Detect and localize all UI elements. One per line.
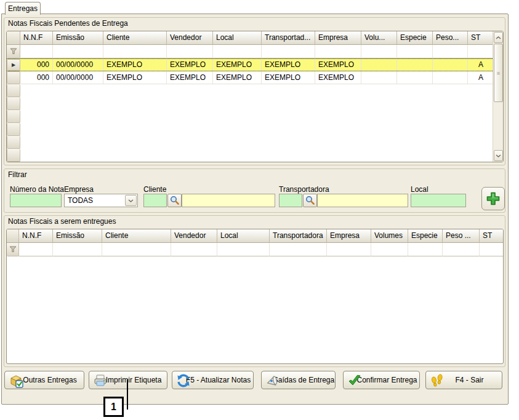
saidas-entrega-button[interactable]: Saídas de Entrega	[261, 371, 336, 389]
column-header-volumes[interactable]: Volu...	[361, 31, 397, 45]
combo-dropdown-button[interactable]	[125, 195, 137, 206]
filter-cell[interactable]	[19, 243, 53, 256]
filter-cell[interactable]	[53, 45, 103, 58]
filter-cell[interactable]	[397, 45, 433, 58]
cliente-code-input[interactable]	[143, 194, 167, 207]
filter-cell[interactable]	[102, 243, 171, 256]
add-filter-button[interactable]	[481, 187, 505, 210]
table-row-selected[interactable]: ▶ 000 00/00/0000 EXEMPLO EXEMPLO EXEMPLO…	[7, 58, 494, 71]
table-row[interactable]: 000 00/00/0000 EXEMPLO EXEMPLO EXEMPLO E…	[7, 71, 494, 84]
numero-nota-input[interactable]	[10, 194, 62, 207]
column-header-st[interactable]: ST	[480, 229, 504, 243]
filter-cell[interactable]	[408, 243, 443, 256]
grid-cell[interactable]	[397, 59, 433, 71]
scroll-down-button[interactable]	[494, 150, 503, 161]
pending-group: Notas Fiscais Pendentes de Entrega N.N.F…	[4, 17, 505, 165]
column-header-emissao[interactable]: Emissão	[53, 31, 103, 45]
grid-cell[interactable]	[361, 59, 397, 71]
grid-cell[interactable]: EXEMPLO	[103, 59, 167, 71]
filter-cell[interactable]	[371, 243, 408, 256]
megaphone-icon	[265, 373, 280, 388]
column-header-transportadora[interactable]: Transportad...	[262, 31, 315, 45]
cliente-name-input[interactable]	[182, 194, 275, 207]
column-header-st[interactable]: ST	[468, 31, 494, 45]
grid-cell[interactable]: EXEMPLO	[167, 71, 213, 84]
grid-cell[interactable]	[433, 71, 468, 84]
filter-cell[interactable]	[443, 243, 480, 256]
filter-cell[interactable]	[315, 45, 361, 58]
column-header-empresa[interactable]: Empresa	[315, 31, 361, 45]
grid-cell[interactable]: EXEMPLO	[315, 71, 361, 84]
scroll-up-button[interactable]	[494, 32, 503, 43]
grid-cell[interactable]	[397, 71, 433, 84]
grid-cell[interactable]: 000	[20, 59, 53, 71]
column-header-vendedor[interactable]: Vendedor	[167, 31, 213, 45]
column-header-vendedor[interactable]: Vendedor	[171, 229, 217, 243]
chevron-down-icon	[128, 199, 134, 202]
filter-cell[interactable]	[327, 243, 371, 256]
filter-cell[interactable]	[213, 45, 262, 58]
grid-cell[interactable]: 00/00/0000	[53, 59, 103, 71]
filter-row-indicator	[7, 243, 19, 256]
grid-cell[interactable]: EXEMPLO	[262, 59, 315, 71]
local-input[interactable]	[411, 194, 466, 207]
search-icon	[305, 196, 315, 205]
grid-cell[interactable]: EXEMPLO	[213, 59, 262, 71]
filter-cell[interactable]	[167, 45, 213, 58]
cliente-label: Cliente	[143, 185, 166, 194]
column-header-nnf[interactable]: N.N.F	[20, 31, 53, 45]
filter-cell[interactable]	[468, 45, 494, 58]
vertical-scrollbar[interactable]: ≡	[493, 31, 503, 162]
column-header-peso[interactable]: Peso...	[433, 31, 468, 45]
grid-cell[interactable]: EXEMPLO	[213, 71, 262, 84]
column-header-peso[interactable]: Peso ...	[443, 229, 480, 243]
column-header-cliente[interactable]: Cliente	[102, 229, 171, 243]
column-header-especie[interactable]: Especie	[397, 31, 433, 45]
filter-cell[interactable]	[433, 45, 468, 58]
transportadora-search-button[interactable]	[303, 194, 317, 207]
filter-cell[interactable]	[270, 243, 327, 256]
filter-cell[interactable]	[361, 45, 397, 58]
filter-cell[interactable]	[171, 243, 217, 256]
filter-cell[interactable]	[53, 243, 102, 256]
filter-cell[interactable]	[20, 45, 53, 58]
empresa-selected-value: TODAS	[65, 196, 125, 205]
filter-cell[interactable]	[217, 243, 270, 256]
column-header-empresa[interactable]: Empresa	[327, 229, 371, 243]
filter-cell[interactable]	[480, 243, 504, 256]
confirmar-entrega-button[interactable]: Confirmar Entrega	[343, 371, 420, 389]
filter-cell[interactable]	[262, 45, 315, 58]
column-header-especie[interactable]: Especie	[408, 229, 443, 243]
f5-atualizar-button[interactable]: F5 - Atualizar Notas	[172, 371, 254, 389]
column-header-nnf[interactable]: N.N.F	[19, 229, 53, 243]
grid-cell[interactable]	[433, 59, 468, 71]
row-indicator-stub	[7, 136, 20, 149]
column-header-local[interactable]: Local	[213, 31, 262, 45]
transportadora-name-input[interactable]	[317, 194, 408, 207]
column-header-transportadora[interactable]: Transportadora	[270, 229, 327, 243]
column-header-local[interactable]: Local	[217, 229, 270, 243]
grid-cell[interactable]: EXEMPLO	[167, 59, 213, 71]
grid-cell[interactable]	[361, 71, 397, 84]
grid-cell[interactable]: EXEMPLO	[315, 59, 361, 71]
grid-cell[interactable]: 00/00/0000	[53, 71, 103, 84]
outras-entregas-button[interactable]: Outras Entregas	[4, 371, 84, 389]
f4-sair-button[interactable]: F4 - Sair	[425, 371, 502, 389]
column-header-emissao[interactable]: Emissão	[53, 229, 102, 243]
app-window: Entregas Notas Fiscais Pendentes de Entr…	[0, 0, 519, 420]
column-header-cliente[interactable]: Cliente	[103, 31, 167, 45]
refresh-icon	[176, 373, 191, 388]
cliente-search-button[interactable]	[167, 194, 182, 207]
scrollbar-thumb[interactable]: ≡	[494, 44, 503, 102]
column-header-volumes[interactable]: Volumes	[371, 229, 408, 243]
grid-cell[interactable]: A	[468, 59, 494, 71]
transportadora-code-input[interactable]	[279, 194, 302, 207]
filter-cell[interactable]	[103, 45, 167, 58]
grid-cell[interactable]: 000	[20, 71, 53, 84]
imprimir-etiqueta-button[interactable]: Imprimir Etiqueta	[89, 371, 167, 389]
grid-cell[interactable]: EXEMPLO	[262, 71, 315, 84]
empresa-combobox[interactable]: TODAS	[64, 194, 138, 207]
grid-cell[interactable]: A	[468, 71, 494, 84]
tab-entregas[interactable]: Entregas	[5, 2, 41, 15]
grid-cell[interactable]: EXEMPLO	[103, 71, 167, 84]
